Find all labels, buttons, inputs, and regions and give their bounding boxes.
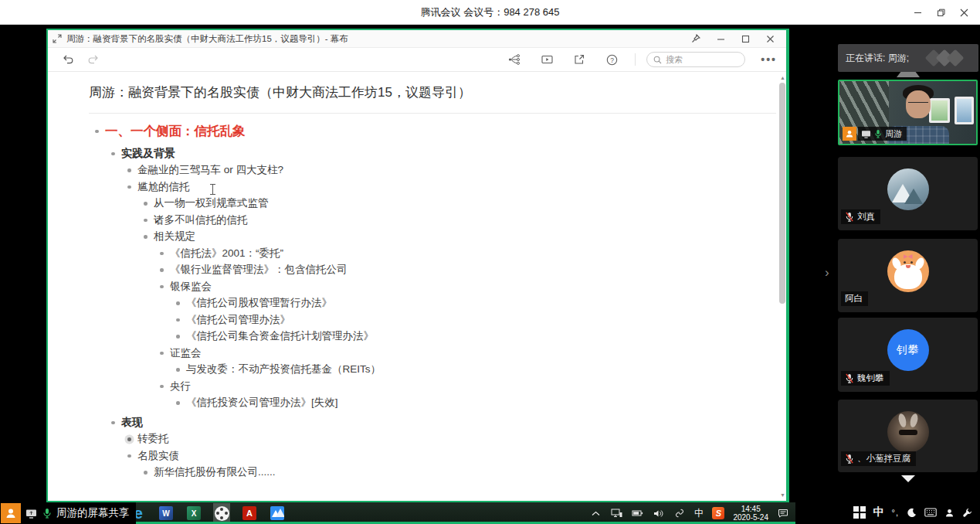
minimize-icon[interactable] <box>906 0 929 25</box>
word-icon[interactable]: W <box>158 503 175 523</box>
outline-item[interactable]: 《信托公司集合资金信托计划管理办法》 <box>48 328 788 345</box>
outline-text[interactable]: 与发改委：不动产投资信托基金（REITs） <box>186 362 381 376</box>
participant-tile[interactable]: 刘真 <box>838 157 978 230</box>
sidebar-handle[interactable] <box>897 72 920 77</box>
bullet-icon[interactable] <box>176 301 180 305</box>
bullet-icon[interactable] <box>176 401 180 405</box>
redo-icon[interactable] <box>83 50 102 69</box>
outline-item[interactable]: 尴尬的信托 <box>48 179 788 196</box>
participant-tile-video[interactable]: 周游 <box>838 80 978 145</box>
minimize-icon[interactable] <box>714 32 727 46</box>
ime-user-icon[interactable] <box>944 508 955 518</box>
ime-moon-icon[interactable] <box>907 508 917 518</box>
bullet-icon[interactable] <box>160 285 164 289</box>
sidebar-collapse-chevron[interactable]: › <box>825 266 829 279</box>
bullet-icon[interactable] <box>176 335 180 339</box>
bullet-icon[interactable] <box>95 130 99 134</box>
outline-item[interactable]: 相关规定 <box>48 229 788 246</box>
bullet-icon[interactable] <box>111 421 115 425</box>
outline-item[interactable]: 与发改委：不动产投资信托基金（REITs） <box>48 362 788 379</box>
tray-clock[interactable]: 14:45 2020-5-24 <box>733 505 768 522</box>
outline-text[interactable]: 尴尬的信托 <box>137 180 190 194</box>
outline-item[interactable]: 金融业的三驾马车 or 四大支柱? <box>48 162 788 179</box>
outline-text[interactable]: 《信托公司股权管理暂行办法》 <box>186 296 332 310</box>
bullet-icon[interactable] <box>160 385 164 389</box>
bullet-icon[interactable] <box>111 152 115 156</box>
outline-text[interactable]: 从一物一权到规章式监管 <box>154 196 269 210</box>
outline-text[interactable]: 《信托投资公司管理办法》[失效] <box>186 396 338 410</box>
outline-text[interactable]: 新华信托股份有限公司...... <box>154 465 276 479</box>
outline-text[interactable]: 表现 <box>121 416 143 430</box>
bullet-icon[interactable] <box>144 219 148 223</box>
bullet-icon[interactable] <box>144 471 148 475</box>
outline-text[interactable]: 《信托法》2001：“委托” <box>170 247 283 260</box>
participant-tile[interactable]: 、小葱拌豆腐 <box>838 400 978 472</box>
outline-text[interactable]: 银保监会 <box>170 280 212 294</box>
ime-logo-icon[interactable] <box>853 506 866 519</box>
ime-lang-mode[interactable]: 中 <box>873 505 884 519</box>
outline-item[interactable]: 《信托法》2001：“委托” <box>48 245 788 262</box>
undo-icon[interactable] <box>59 50 77 69</box>
outline-text[interactable]: 诸多不叫信托的信托 <box>154 213 248 227</box>
search-input[interactable] <box>666 55 735 64</box>
action-center-icon[interactable] <box>777 507 789 519</box>
bullet-icon[interactable] <box>160 252 164 256</box>
outline-item[interactable]: 转委托 <box>48 431 788 448</box>
tray-battery-icon[interactable] <box>632 507 644 519</box>
outline-item[interactable]: 表现 <box>48 414 788 431</box>
outline-item[interactable]: 央行 <box>48 378 788 395</box>
outline-item[interactable]: 诸多不叫信托的信托 <box>48 212 788 229</box>
tray-network-icon[interactable] <box>611 507 623 519</box>
restore-icon[interactable] <box>929 0 952 25</box>
bullet-icon[interactable] <box>144 235 148 239</box>
outline-text[interactable]: 《银行业监督管理法》：包含信托公司 <box>170 263 348 277</box>
bullet-icon[interactable] <box>160 352 164 356</box>
close-icon[interactable] <box>763 32 777 46</box>
outline-item[interactable]: 《信托公司股权管理暂行办法》 <box>48 295 788 312</box>
outline-text[interactable]: 证监会 <box>170 346 202 360</box>
outline-text[interactable]: 《信托公司管理办法》 <box>186 313 290 327</box>
outline-text[interactable]: 金融业的三驾马车 or 四大支柱? <box>137 163 283 177</box>
tray-ime-lang[interactable]: 中 <box>694 507 704 520</box>
outline-text[interactable]: 转委托 <box>137 432 169 446</box>
search-box[interactable] <box>646 52 745 67</box>
ime-punct-mode[interactable]: °, <box>892 508 899 517</box>
outline-text[interactable]: 《信托公司集合资金信托计划管理办法》 <box>186 329 374 343</box>
outline-item[interactable]: 《信托公司管理办法》 <box>48 311 788 328</box>
expand-icon[interactable] <box>53 34 62 43</box>
tray-link-icon[interactable] <box>673 507 686 519</box>
bullet-icon[interactable] <box>176 318 180 322</box>
mubu-icon[interactable] <box>269 503 286 523</box>
participant-tile[interactable]: 阿白 <box>838 239 978 312</box>
scroll-more-arrow-icon[interactable] <box>901 475 915 482</box>
outline-item[interactable]: 实践及背景 <box>48 145 788 162</box>
outline-text[interactable]: 实践及背景 <box>121 147 175 161</box>
outline-text[interactable]: 一、一个侧面：信托乱象 <box>105 123 246 140</box>
participant-tile[interactable]: 钊攀 魏钊攀 <box>838 318 978 392</box>
bullet-icon[interactable] <box>127 454 131 458</box>
sogou-icon[interactable]: S <box>712 507 724 519</box>
outline-item[interactable]: 从一物一权到规章式监管 <box>48 196 788 213</box>
outline-item[interactable]: 《银行业监督管理法》：包含信托公司 <box>48 262 788 279</box>
outline-item[interactable]: 名股实债 <box>48 447 788 464</box>
tray-volume-icon[interactable] <box>653 507 665 519</box>
excel-icon[interactable]: X <box>185 503 202 523</box>
outline-text[interactable]: 名股实债 <box>137 449 179 463</box>
ime-keyboard-icon[interactable] <box>924 508 937 517</box>
media-reel-icon[interactable] <box>213 503 230 523</box>
outline-item[interactable]: 一、一个侧面：信托乱象 <box>48 121 788 142</box>
outline-item[interactable]: 银保监会 <box>48 278 788 295</box>
more-menu-icon[interactable]: ••• <box>761 53 777 66</box>
acrobat-icon[interactable]: A <box>241 503 258 523</box>
bullet-icon[interactable] <box>127 185 131 189</box>
scrollbar-thumb[interactable] <box>779 83 785 304</box>
tray-chevron-up-icon[interactable] <box>590 507 602 519</box>
close-icon[interactable] <box>952 0 975 25</box>
bullet-icon[interactable] <box>144 202 148 206</box>
export-icon[interactable] <box>570 50 588 69</box>
bullet-icon[interactable] <box>160 268 164 272</box>
outline-text[interactable]: 相关规定 <box>154 230 195 243</box>
maximize-icon[interactable] <box>738 32 752 46</box>
outline-item[interactable]: 《信托投资公司管理办法》[失效] <box>48 395 788 412</box>
bullet-icon[interactable] <box>127 168 131 172</box>
